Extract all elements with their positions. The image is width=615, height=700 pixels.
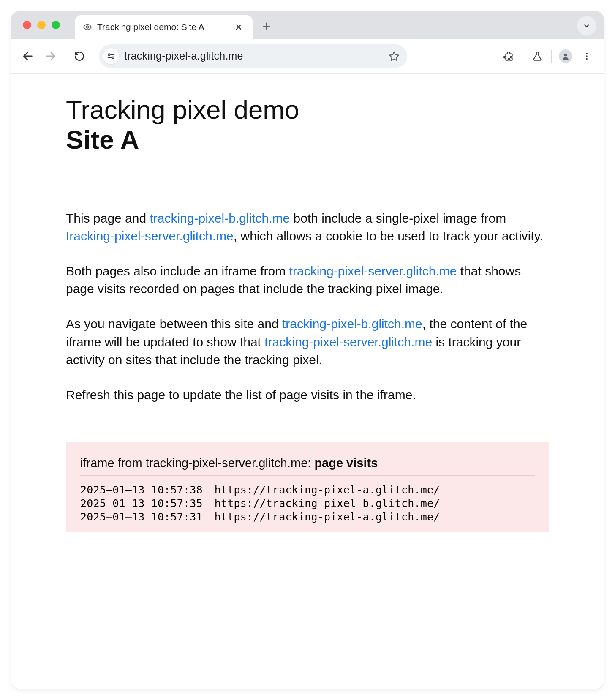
page-title: Tracking pixel demo Site A: [66, 95, 549, 155]
eye-icon: [83, 22, 92, 32]
link-site-b[interactable]: tracking-pixel-b.glitch.me: [282, 317, 422, 331]
browser-toolbar: tracking-pixel-a.glitch.me: [11, 39, 604, 74]
visits-iframe: iframe from tracking-pixel-server.glitch…: [66, 442, 549, 532]
visit-url: https://tracking-pixel-b.glitch.me/: [215, 497, 440, 510]
iframe-heading: iframe from tracking-pixel-server.glitch…: [80, 456, 535, 476]
separator: [523, 50, 523, 63]
visit-timestamp: 2025–01–13 10:57:31: [80, 510, 203, 524]
link-tracking-server[interactable]: tracking-pixel-server.glitch.me: [264, 335, 432, 349]
avatar-icon: [559, 49, 572, 63]
bookmark-star-icon[interactable]: [386, 48, 402, 64]
visit-url: https://tracking-pixel-a.glitch.me/: [215, 483, 440, 497]
reload-button[interactable]: [70, 47, 89, 65]
toolbar-right-icons: [499, 46, 596, 66]
visit-timestamp: 2025–01–13 10:57:38: [80, 483, 203, 497]
svg-point-9: [112, 57, 114, 58]
intro-paragraph-3: As you navigate between this site and tr…: [66, 315, 549, 369]
visit-row: 2025–01–13 10:57:38https://tracking-pixe…: [80, 483, 535, 497]
tab-strip: Tracking pixel demo: Site A: [11, 11, 604, 39]
svg-point-7: [108, 54, 110, 55]
intro-paragraph-4: Refresh this page to update the list of …: [66, 386, 549, 404]
visit-timestamp: 2025–01–13 10:57:35: [80, 497, 203, 510]
intro-paragraph-2: Both pages also include an iframe from t…: [66, 262, 549, 298]
window-minimize-button[interactable]: [37, 21, 46, 29]
separator: [551, 50, 552, 63]
tab-title: Tracking pixel demo: Site A: [97, 22, 227, 32]
browser-window: Tracking pixel demo: Site A tracking-: [11, 11, 604, 689]
svg-marker-11: [389, 52, 399, 60]
tab-search-button[interactable]: [577, 16, 596, 35]
address-bar[interactable]: tracking-pixel-a.glitch.me: [99, 44, 407, 68]
link-tracking-server[interactable]: tracking-pixel-server.glitch.me: [289, 264, 457, 278]
back-button[interactable]: [19, 47, 37, 65]
forward-button[interactable]: [41, 47, 60, 65]
page-title-line1: Tracking pixel demo: [66, 95, 299, 124]
svg-point-12: [564, 53, 567, 56]
new-tab-button[interactable]: [259, 18, 275, 34]
labs-flask-icon[interactable]: [528, 46, 547, 66]
page-viewport: Tracking pixel demo Site A This page and…: [11, 74, 604, 689]
visits-list: 2025–01–13 10:57:38https://tracking-pixe…: [80, 483, 535, 524]
svg-point-13: [586, 52, 588, 54]
page-content: This page and tracking-pixel-b.glitch.me…: [66, 210, 549, 404]
svg-point-14: [586, 55, 588, 57]
extensions-icon[interactable]: [499, 46, 519, 66]
profile-button[interactable]: [556, 46, 575, 66]
window-close-button[interactable]: [23, 21, 31, 29]
svg-point-15: [586, 58, 588, 60]
intro-paragraph-1: This page and tracking-pixel-b.glitch.me…: [66, 210, 549, 245]
window-zoom-button[interactable]: [52, 21, 60, 29]
site-settings-icon[interactable]: [103, 48, 119, 64]
link-tracking-server[interactable]: tracking-pixel-server.glitch.me: [66, 229, 234, 243]
visit-row: 2025–01–13 10:57:31https://tracking-pixe…: [80, 510, 535, 524]
chrome-menu-button[interactable]: [577, 46, 596, 66]
visit-url: https://tracking-pixel-a.glitch.me/: [215, 510, 440, 524]
window-controls: [23, 21, 60, 29]
close-tab-button[interactable]: [232, 21, 245, 33]
browser-tab[interactable]: Tracking pixel demo: Site A: [75, 15, 253, 39]
page-title-line2: Site A: [66, 125, 549, 155]
visit-row: 2025–01–13 10:57:35https://tracking-pixe…: [80, 497, 535, 510]
svg-point-0: [86, 26, 89, 28]
title-divider: [66, 163, 549, 163]
url-text: tracking-pixel-a.glitch.me: [124, 50, 381, 62]
link-site-b[interactable]: tracking-pixel-b.glitch.me: [150, 211, 290, 225]
